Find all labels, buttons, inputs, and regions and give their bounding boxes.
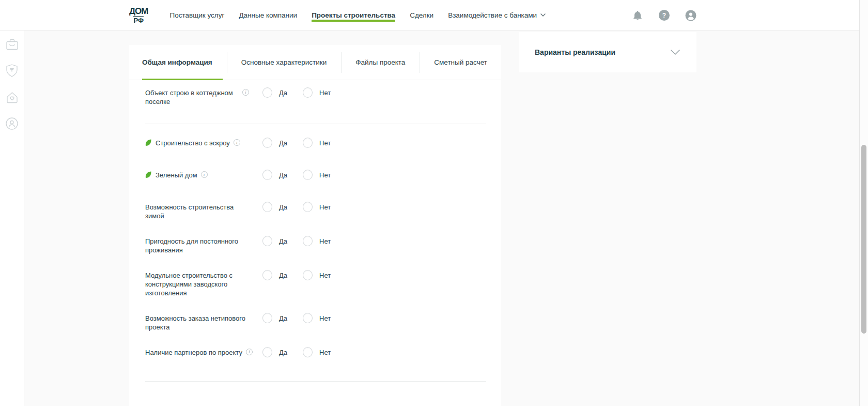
info-icon[interactable]: i xyxy=(234,139,240,146)
radio-option-yes[interactable]: Да xyxy=(262,202,303,212)
radio-circle[interactable] xyxy=(262,202,272,212)
radio-label: Нет xyxy=(319,89,331,97)
radio-option-no[interactable]: Нет xyxy=(303,313,331,323)
leaf-icon xyxy=(145,139,151,146)
radio-option-yes[interactable]: Да xyxy=(262,313,303,323)
radio-group: Да Нет xyxy=(262,170,331,180)
nav-item-deals[interactable]: Сделки xyxy=(402,0,441,30)
main-nav: Поставщик услуг Данные компании Проекты … xyxy=(163,0,553,30)
nav-label: Сделки xyxy=(410,11,433,19)
radio-circle[interactable] xyxy=(262,170,272,180)
radio-circle[interactable] xyxy=(262,138,272,148)
nav-item-company-data[interactable]: Данные компании xyxy=(231,0,304,30)
tab-general-info[interactable]: Общая информация xyxy=(142,45,227,80)
general-info-form: Объект строю в коттеджном поселке i Да Н… xyxy=(129,80,501,382)
radio-option-no[interactable]: Нет xyxy=(303,347,331,357)
tab-label: Основные характеристики xyxy=(241,58,327,66)
tab-label: Общая информация xyxy=(142,58,212,66)
nav-label: Данные компании xyxy=(239,11,297,19)
radio-group: Да Нет xyxy=(262,270,331,280)
row-label-area: Объект строю в коттеджном поселке i xyxy=(145,88,262,106)
row-label: Строительство с эскроу xyxy=(156,139,230,147)
avatar-icon[interactable] xyxy=(685,10,696,21)
tab-project-files[interactable]: Файлы проекта xyxy=(341,45,420,80)
radio-option-no[interactable]: Нет xyxy=(303,202,331,212)
help-glyph: ? xyxy=(662,12,666,19)
radio-option-yes[interactable]: Да xyxy=(262,87,303,98)
info-icon[interactable]: i xyxy=(242,89,249,96)
radio-circle[interactable] xyxy=(303,138,313,148)
section-divider xyxy=(145,124,486,124)
top-header: ДОМ РФ Поставщик услуг Данные компании П… xyxy=(0,0,868,31)
tab-label: Файлы проекта xyxy=(355,58,405,66)
project-tabs: Общая информация Основные характеристики… xyxy=(129,45,501,80)
row-label: Наличие партнеров по проекту xyxy=(145,348,242,357)
page-scrollbar-thumb[interactable] xyxy=(861,145,866,334)
row-label: Зеленый дом xyxy=(156,171,197,179)
nav-item-service-provider[interactable]: Поставщик услуг xyxy=(163,0,232,30)
form-row-green-house: Зеленый дом i Да Нет xyxy=(145,171,486,181)
chevron-down-icon[interactable] xyxy=(671,50,680,55)
info-icon[interactable]: i xyxy=(201,171,208,178)
radio-circle[interactable] xyxy=(262,87,272,98)
nav-label: Поставщик услуг xyxy=(170,11,225,19)
person-circle-icon[interactable] xyxy=(4,116,20,131)
radio-option-yes[interactable]: Да xyxy=(262,170,303,180)
form-row-modular-construction: Модульное строительство с конструкциями … xyxy=(145,271,486,297)
page-scrollbar-track[interactable] xyxy=(859,0,868,406)
radio-label: Да xyxy=(279,314,287,322)
project-form-card: Общая информация Основные характеристики… xyxy=(129,45,501,406)
briefcase-icon[interactable] xyxy=(4,37,20,52)
radio-label: Нет xyxy=(319,272,331,279)
radio-circle[interactable] xyxy=(303,347,313,357)
radio-group: Да Нет xyxy=(262,236,331,246)
section-divider xyxy=(145,381,486,382)
radio-option-yes[interactable]: Да xyxy=(262,347,303,357)
radio-option-no[interactable]: Нет xyxy=(303,138,331,148)
radio-option-yes[interactable]: Да xyxy=(262,236,303,246)
radio-circle[interactable] xyxy=(303,270,313,280)
info-glyph: i xyxy=(245,89,246,95)
radio-circle[interactable] xyxy=(303,202,313,212)
radio-option-yes[interactable]: Да xyxy=(262,270,303,280)
radio-label: Да xyxy=(279,349,287,356)
tab-estimate[interactable]: Сметный расчет xyxy=(420,45,502,80)
radio-circle[interactable] xyxy=(262,347,272,357)
help-icon[interactable]: ? xyxy=(659,10,670,21)
nav-item-construction-projects[interactable]: Проекты строительства xyxy=(304,0,402,30)
implementation-options-panel[interactable]: Варианты реализации xyxy=(519,32,696,72)
row-label-area: Модульное строительство с конструкциями … xyxy=(145,271,262,297)
radio-circle[interactable] xyxy=(303,236,313,246)
nav-item-bank-interaction[interactable]: Взаимодействие с банками xyxy=(441,0,553,30)
nav-label: Проекты строительства xyxy=(312,11,395,19)
row-label: Пригодность для постоянного проживания xyxy=(145,237,246,254)
leaf-icon xyxy=(145,171,151,178)
info-icon[interactable]: i xyxy=(246,349,253,355)
tab-main-characteristics[interactable]: Основные характеристики xyxy=(227,45,342,80)
radio-circle[interactable] xyxy=(303,170,313,180)
row-label-area: Наличие партнеров по проекту i xyxy=(145,348,262,357)
radio-circle[interactable] xyxy=(303,313,313,323)
panel-title: Варианты реализации xyxy=(535,48,615,56)
radio-option-no[interactable]: Нет xyxy=(303,170,331,180)
shield-icon[interactable] xyxy=(4,63,20,79)
house-heart-icon[interactable] xyxy=(4,89,20,105)
bell-icon[interactable] xyxy=(632,10,643,21)
radio-group: Да Нет xyxy=(262,313,331,323)
radio-label: Да xyxy=(279,89,287,97)
radio-label: Нет xyxy=(319,314,331,322)
domrf-logo[interactable]: ДОМ РФ xyxy=(129,7,148,24)
radio-circle[interactable] xyxy=(262,313,272,323)
radio-circle[interactable] xyxy=(262,236,272,246)
radio-option-no[interactable]: Нет xyxy=(303,236,331,246)
radio-label: Да xyxy=(279,272,287,279)
radio-option-yes[interactable]: Да xyxy=(262,138,303,148)
radio-circle[interactable] xyxy=(262,270,272,280)
radio-option-no[interactable]: Нет xyxy=(303,87,331,98)
row-label: Возможность заказа нетипового проекта xyxy=(145,314,246,332)
left-sidebar xyxy=(0,31,24,406)
radio-option-no[interactable]: Нет xyxy=(303,270,331,280)
radio-circle[interactable] xyxy=(303,87,313,98)
header-icons: ? xyxy=(632,0,696,31)
info-glyph: i xyxy=(249,349,250,354)
